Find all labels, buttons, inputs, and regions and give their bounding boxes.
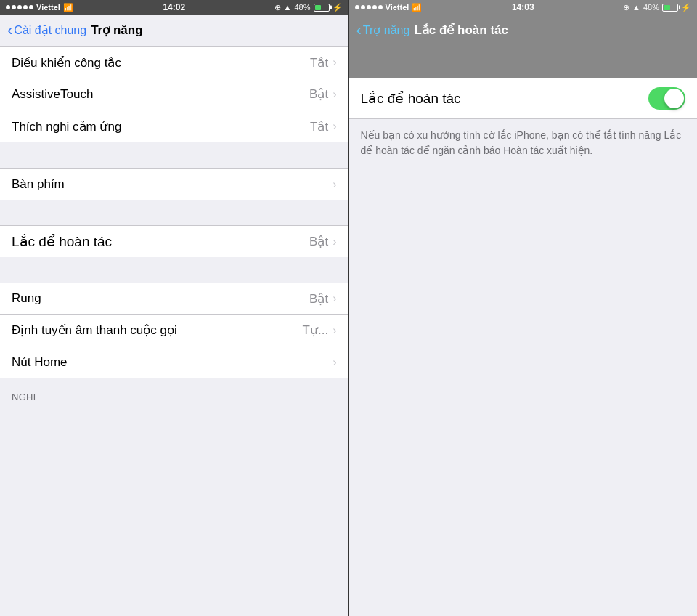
rung-chevron: › [333, 292, 336, 305]
signal-dots [6, 5, 33, 9]
rung-value: Bật [309, 291, 328, 307]
section-header-nghe: NGHE [0, 386, 348, 405]
left-nav-bar: ‹ Cài đặt chung Trợ năng [0, 15, 348, 46]
shake-description: Nếu bạn có xu hướng tình cờ lắc iPhone, … [349, 119, 698, 167]
left-battery-fill [315, 5, 322, 10]
right-back-button[interactable]: ‹ Trợ năng [356, 23, 410, 38]
left-location-icon: ⊕ [274, 3, 281, 12]
shake-undo-chevron: › [333, 235, 336, 248]
assistivetouch-chevron: › [333, 88, 336, 101]
signal-dot-4 [23, 5, 28, 9]
list-item-rung[interactable]: Rung Bật › [0, 283, 348, 315]
left-group-2: Bàn phím › [0, 168, 348, 200]
audio-routing-label: Định tuyến âm thanh cuộc gọi [12, 323, 303, 338]
signal-dot-3 [17, 5, 22, 9]
shake-toggle-switch[interactable] [648, 87, 685, 110]
left-back-label: Cài đặt chung [14, 23, 86, 37]
switch-control-label: Điều khiển công tắc [12, 55, 310, 70]
touch-adapt-value: Tắt [310, 119, 328, 134]
right-gray-bar [349, 46, 698, 78]
switch-control-value: Tắt [310, 55, 328, 70]
signal-dot-5 [29, 5, 33, 9]
left-carrier: Viettel [36, 3, 60, 12]
list-item-keyboard[interactable]: Bàn phím › [0, 168, 348, 200]
audio-routing-chevron: › [333, 324, 336, 337]
left-wifi-icon: 📶 [63, 3, 73, 12]
toggle-knob [664, 89, 684, 108]
home-button-label: Nút Home [12, 355, 328, 370]
right-signal-dots [355, 5, 383, 9]
right-nav-title: Lắc để hoàn tác [414, 23, 508, 38]
right-charging-icon: ⚡ [681, 3, 691, 12]
left-group-4: Rung Bật › Định tuyến âm thanh cuộc gọi … [0, 283, 348, 378]
separator-4 [0, 378, 348, 386]
left-battery-percent: 48% [294, 3, 310, 12]
right-nav-bar: ‹ Trợ năng Lắc để hoàn tác [349, 15, 698, 46]
right-wifi-icon: 📶 [412, 3, 422, 12]
keyboard-chevron: › [333, 178, 336, 191]
left-charging-icon: ⚡ [333, 3, 343, 12]
left-back-button[interactable]: ‹ Cài đặt chung [7, 23, 86, 38]
right-chevron-icon: ‹ [356, 23, 362, 38]
list-item-shake-undo[interactable]: Lắc để hoàn tác Bật › [0, 225, 348, 257]
right-status-right: ⊕ ▲ 48% ⚡ [623, 3, 691, 12]
right-status-bar: Viettel 📶 14:03 ⊕ ▲ 48% ⚡ [349, 0, 698, 15]
right-battery-fill [664, 5, 670, 10]
left-status-left: Viettel 📶 [6, 3, 73, 12]
shake-toggle-row: Lắc để hoàn tác [349, 78, 698, 119]
right-signal-dot-5 [378, 5, 383, 9]
right-signal-dot-2 [361, 5, 365, 9]
separator-2 [0, 200, 348, 225]
right-signal-dot-4 [372, 5, 377, 9]
home-button-chevron: › [333, 356, 336, 369]
right-gps-icon: ▲ [632, 3, 640, 12]
list-item-assistivetouch[interactable]: AssistiveTouch Bật › [0, 78, 348, 110]
left-battery-icon [314, 4, 330, 12]
rung-label: Rung [12, 291, 309, 306]
right-battery-percent: 48% [643, 3, 659, 12]
right-signal-dot-3 [367, 5, 371, 9]
left-chevron-icon: ‹ [7, 23, 12, 38]
separator-3 [0, 257, 348, 283]
right-back-label: Trợ năng [363, 23, 410, 37]
left-status-time: 14:02 [163, 2, 185, 12]
right-battery-icon [662, 4, 678, 12]
signal-dot-1 [6, 5, 10, 9]
list-item-home-button[interactable]: Nút Home › [0, 346, 348, 378]
assistivetouch-value: Bật [309, 86, 328, 102]
touch-adapt-label: Thích nghi cảm ứng [12, 119, 310, 134]
right-carrier: Viettel [386, 3, 409, 12]
separator-1 [0, 142, 348, 168]
assistivetouch-label: AssistiveTouch [12, 87, 309, 102]
right-status-time: 14:03 [512, 2, 534, 12]
right-white-section: Lắc để hoàn tác [349, 78, 698, 119]
left-group-3: Lắc để hoàn tác Bật › [0, 225, 348, 257]
shake-toggle-label: Lắc để hoàn tác [361, 90, 649, 107]
switch-control-chevron: › [333, 56, 336, 69]
signal-dot-2 [12, 5, 16, 9]
audio-routing-value: Tự... [303, 323, 329, 338]
left-status-bar: Viettel 📶 14:02 ⊕ ▲ 48% ⚡ [0, 0, 348, 15]
right-empty-area [349, 167, 698, 616]
list-item-audio-routing[interactable]: Định tuyến âm thanh cuộc gọi Tự... › [0, 315, 348, 346]
keyboard-label: Bàn phím [12, 177, 328, 192]
list-item-touch-adapt[interactable]: Thích nghi cảm ứng Tắt › [0, 110, 348, 142]
shake-undo-label: Lắc để hoàn tác [12, 233, 309, 250]
left-group-1: Điều khiển công tắc Tắt › AssistiveTouch… [0, 46, 348, 142]
right-status-left: Viettel 📶 [355, 3, 423, 12]
left-status-right: ⊕ ▲ 48% ⚡ [274, 3, 343, 12]
left-settings-list: Điều khiển công tắc Tắt › AssistiveTouch… [0, 46, 348, 616]
touch-adapt-chevron: › [333, 120, 336, 133]
left-nav-title: Trợ năng [91, 23, 142, 38]
shake-undo-value: Bật [309, 234, 328, 249]
right-phone-panel: Viettel 📶 14:03 ⊕ ▲ 48% ⚡ ‹ Trợ năng Lắc… [349, 0, 698, 616]
list-item-switch-control[interactable]: Điều khiển công tắc Tắt › [0, 46, 348, 78]
right-location-icon: ⊕ [623, 3, 629, 12]
left-gps-icon: ▲ [284, 3, 292, 12]
right-signal-dot-1 [355, 5, 359, 9]
left-phone-panel: Viettel 📶 14:02 ⊕ ▲ 48% ⚡ ‹ Cài đặt chun… [0, 0, 348, 616]
